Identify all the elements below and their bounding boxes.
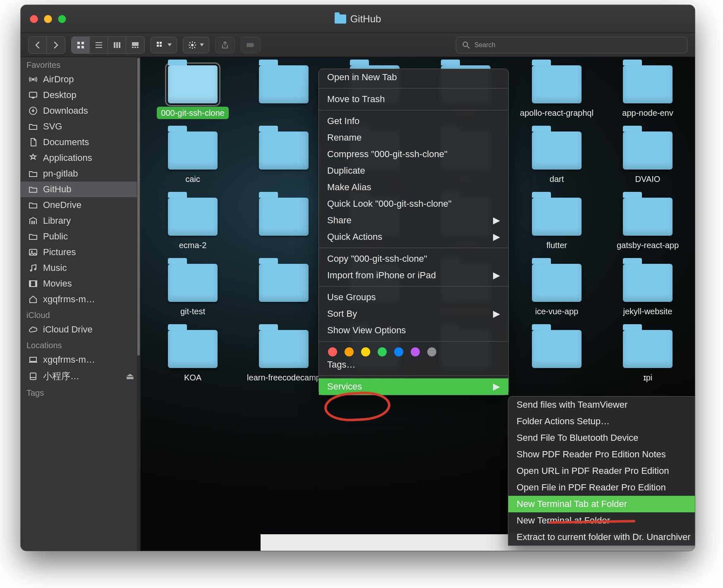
sidebar-scrollbar[interactable] bbox=[137, 57, 140, 551]
menu-tags[interactable]: Tags… bbox=[319, 356, 508, 373]
home-icon bbox=[28, 294, 38, 304]
folder-item[interactable] bbox=[240, 264, 328, 318]
tag-color[interactable] bbox=[361, 347, 370, 356]
nav-back-forward bbox=[28, 36, 65, 54]
folder-item[interactable] bbox=[240, 131, 328, 185]
sidebar-item-applications[interactable]: Applications bbox=[21, 150, 140, 166]
folder-item[interactable]: apollo-react-graphql bbox=[513, 65, 601, 119]
eject-icon[interactable]: ⏏ bbox=[126, 371, 134, 382]
menu-rename[interactable]: Rename bbox=[319, 129, 508, 146]
folder-item[interactable]: caic bbox=[149, 131, 237, 185]
folder-item[interactable] bbox=[513, 330, 601, 394]
folder-item[interactable] bbox=[240, 198, 328, 251]
sidebar-item-xgqfrms-m-[interactable]: xgqfrms-m… bbox=[21, 352, 140, 368]
gallery-view-button[interactable] bbox=[126, 37, 144, 53]
services-item[interactable]: Extract to current folder with Dr. Unarc… bbox=[508, 529, 695, 545]
folder-icon bbox=[259, 198, 309, 236]
list-view-button[interactable] bbox=[90, 37, 108, 53]
services-item[interactable]: Show PDF Reader Pro Edition Notes bbox=[508, 446, 695, 463]
zoom-icon[interactable] bbox=[58, 15, 66, 23]
tags-button[interactable] bbox=[241, 37, 261, 53]
services-item-label: Open URL in PDF Reader Pro Edition bbox=[517, 466, 669, 476]
arrange-button[interactable] bbox=[151, 37, 177, 53]
svg-rect-3 bbox=[81, 46, 84, 48]
svg-rect-45 bbox=[29, 362, 37, 363]
back-button[interactable] bbox=[29, 37, 47, 53]
folder-item[interactable] bbox=[240, 65, 328, 119]
svg-rect-32 bbox=[29, 92, 37, 97]
sidebar-item--[interactable]: 小程序…⏏ bbox=[21, 368, 140, 385]
services-item[interactable]: Folder Actions Setup… bbox=[508, 413, 695, 430]
sidebar-item-svg[interactable]: SVG bbox=[21, 119, 140, 134]
sidebar-item-music[interactable]: Music bbox=[21, 260, 140, 276]
folder-item[interactable]: DVAIO bbox=[604, 131, 692, 185]
action-button[interactable] bbox=[183, 37, 209, 53]
search-input[interactable]: Search bbox=[456, 37, 687, 53]
tag-color[interactable] bbox=[328, 347, 337, 356]
folder-icon bbox=[168, 330, 218, 368]
folder-item[interactable]: 000-git-ssh-clone bbox=[149, 65, 237, 119]
menu-share[interactable]: Share▶ bbox=[319, 212, 508, 229]
menu-open-new-tab[interactable]: Open in New Tab bbox=[319, 69, 508, 86]
column-view-button[interactable] bbox=[108, 37, 126, 53]
sidebar-item-xgqfrms-m-[interactable]: xgqfrms-m… bbox=[21, 292, 140, 307]
folder-item[interactable]: KOA bbox=[149, 330, 237, 394]
menu-use-groups[interactable]: Use Groups bbox=[319, 289, 508, 306]
menu-make-alias[interactable]: Make Alias bbox=[319, 179, 508, 196]
folder-item[interactable]: ice-vue-app bbox=[513, 264, 601, 318]
folder-item[interactable]: gatsby-react-app bbox=[604, 198, 692, 251]
menu-quick-look[interactable]: Quick Look "000-git-ssh-clone" bbox=[319, 196, 508, 212]
forward-button[interactable] bbox=[47, 37, 65, 53]
services-item[interactable]: Send File To Bluetooth Device bbox=[508, 430, 695, 446]
folder-item[interactable]: git-test bbox=[149, 264, 237, 318]
close-icon[interactable] bbox=[30, 15, 38, 23]
folder-icon bbox=[532, 198, 582, 236]
sidebar-item-public[interactable]: Public bbox=[21, 229, 140, 244]
menu-quick-actions[interactable]: Quick Actions▶ bbox=[319, 229, 508, 245]
folder-item[interactable]: app-node-env bbox=[604, 65, 692, 119]
menu-get-info[interactable]: Get Info bbox=[319, 113, 508, 129]
folder-item[interactable]: jekyll-website bbox=[604, 264, 692, 318]
sidebar-item-github[interactable]: GitHub bbox=[21, 182, 140, 197]
tag-color[interactable] bbox=[394, 347, 403, 356]
folder-item[interactable]: ɪpi bbox=[604, 330, 692, 394]
sidebar-item-airdrop[interactable]: AirDrop bbox=[21, 72, 140, 87]
sidebar-item-label: Pictures bbox=[43, 247, 76, 258]
sidebar-item-movies[interactable]: Movies bbox=[21, 276, 140, 292]
sidebar-item-library[interactable]: Library bbox=[21, 213, 140, 229]
sidebar-item-pictures[interactable]: Pictures bbox=[21, 244, 140, 260]
sidebar-item-pn-gitlab[interactable]: pn-gitlab bbox=[21, 166, 140, 182]
sidebar-item-downloads[interactable]: Downloads bbox=[21, 103, 140, 119]
minimize-icon[interactable] bbox=[44, 15, 52, 23]
folder-item[interactable]: dart bbox=[513, 131, 601, 185]
menu-sort-by[interactable]: Sort By▶ bbox=[319, 306, 508, 322]
menu-services[interactable]: Services▶ bbox=[319, 378, 508, 395]
sidebar-item-onedrive[interactable]: OneDrive bbox=[21, 197, 140, 213]
sidebar-item-documents[interactable]: Documents bbox=[21, 134, 140, 150]
folder-item[interactable]: flutter bbox=[513, 198, 601, 251]
sidebar-item-desktop[interactable]: Desktop bbox=[21, 87, 140, 103]
tag-color[interactable] bbox=[427, 347, 436, 356]
folder-label: dart bbox=[546, 173, 568, 185]
services-item[interactable]: New Terminal Tab at Folder bbox=[508, 496, 695, 512]
icon-view-button[interactable] bbox=[72, 37, 90, 53]
menu-import[interactable]: Import from iPhone or iPad▶ bbox=[319, 267, 508, 284]
menu-compress[interactable]: Compress "000-git-ssh-clone" bbox=[319, 146, 508, 163]
share-button[interactable] bbox=[215, 37, 235, 53]
services-item[interactable]: Send files with TeamViewer bbox=[508, 397, 695, 413]
tag-color[interactable] bbox=[378, 347, 387, 356]
menu-copy[interactable]: Copy "000-git-ssh-clone" bbox=[319, 251, 508, 267]
folder-icon bbox=[623, 264, 673, 302]
menu-duplicate[interactable]: Duplicate bbox=[319, 163, 508, 179]
tag-color[interactable] bbox=[345, 347, 354, 356]
sidebar-item-icloud-drive[interactable]: iCloud Drive bbox=[21, 322, 140, 337]
services-item[interactable]: Open File in PDF Reader Pro Edition bbox=[508, 479, 695, 496]
folder-item[interactable]: learn-freecodecamp bbox=[240, 330, 328, 394]
tag-color[interactable] bbox=[411, 347, 420, 356]
folder-item[interactable]: ecma-2 bbox=[149, 198, 237, 251]
menu-move-trash[interactable]: Move to Trash bbox=[319, 91, 508, 108]
folder-icon bbox=[168, 264, 218, 302]
menu-view-options[interactable]: Show View Options bbox=[319, 322, 508, 339]
services-item[interactable]: Open URL in PDF Reader Pro Edition bbox=[508, 463, 695, 479]
sidebar-item-label: Desktop bbox=[43, 90, 77, 100]
